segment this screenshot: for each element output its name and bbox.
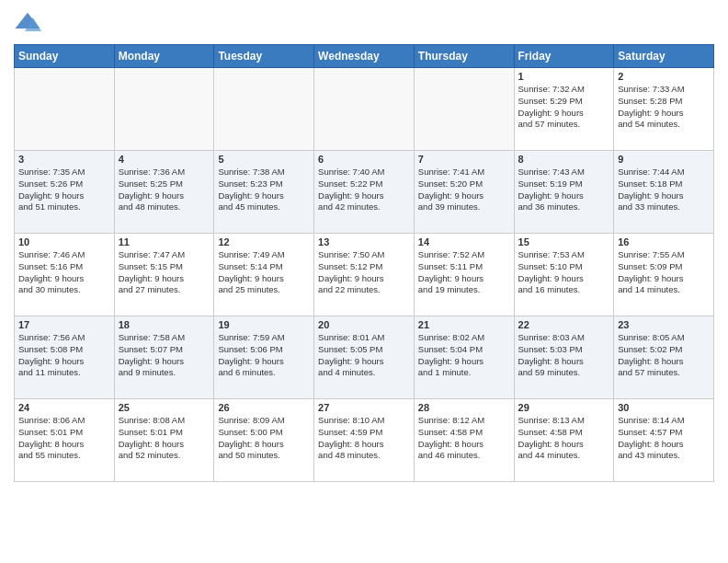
day-info: Sunrise: 8:05 AMSunset: 5:02 PMDaylight:… — [618, 332, 710, 379]
day-info: Sunrise: 7:43 AMSunset: 5:19 PMDaylight:… — [518, 167, 610, 213]
calendar-week-row-4: 17Sunrise: 7:56 AMSunset: 5:08 PMDayligh… — [15, 316, 714, 399]
weekday-header-friday: Friday — [514, 45, 614, 68]
calendar-cell — [414, 68, 514, 151]
calendar-page: SundayMondayTuesdayWednesdayThursdayFrid… — [0, 0, 728, 491]
calendar-cell: 11Sunrise: 7:47 AMSunset: 5:15 PMDayligh… — [114, 234, 214, 316]
day-info: Sunrise: 8:03 AMSunset: 5:03 PMDaylight:… — [518, 332, 610, 379]
day-number: 30 — [618, 402, 710, 413]
day-number: 22 — [518, 319, 610, 330]
calendar-cell: 26Sunrise: 8:09 AMSunset: 5:00 PMDayligh… — [214, 399, 314, 482]
day-info: Sunrise: 8:09 AMSunset: 5:00 PMDaylight:… — [218, 415, 310, 462]
calendar-cell: 27Sunrise: 8:10 AMSunset: 4:59 PMDayligh… — [314, 399, 415, 482]
calendar-cell — [114, 68, 214, 151]
day-info: Sunrise: 7:33 AMSunset: 5:28 PMDaylight:… — [618, 84, 710, 131]
day-number: 13 — [318, 236, 410, 247]
calendar-cell: 18Sunrise: 7:58 AMSunset: 5:07 PMDayligh… — [114, 316, 214, 399]
calendar-cell: 17Sunrise: 7:56 AMSunset: 5:08 PMDayligh… — [15, 316, 115, 399]
day-info: Sunrise: 7:44 AMSunset: 5:18 PMDaylight:… — [618, 167, 710, 213]
calendar-cell: 6Sunrise: 7:40 AMSunset: 5:22 PMDaylight… — [314, 151, 415, 234]
calendar-cell: 9Sunrise: 7:44 AMSunset: 5:18 PMDaylight… — [614, 151, 714, 234]
calendar-cell: 25Sunrise: 8:08 AMSunset: 5:01 PMDayligh… — [114, 399, 214, 482]
calendar-cell — [314, 68, 415, 151]
calendar-cell: 5Sunrise: 7:38 AMSunset: 5:23 PMDaylight… — [214, 151, 314, 234]
weekday-header-saturday: Saturday — [614, 45, 714, 68]
calendar-cell: 19Sunrise: 7:59 AMSunset: 5:06 PMDayligh… — [214, 316, 314, 399]
calendar-cell: 20Sunrise: 8:01 AMSunset: 5:05 PMDayligh… — [314, 316, 415, 399]
day-number: 25 — [119, 402, 210, 413]
day-info: Sunrise: 7:40 AMSunset: 5:22 PMDaylight:… — [318, 167, 410, 213]
calendar-cell: 10Sunrise: 7:46 AMSunset: 5:16 PMDayligh… — [15, 234, 115, 316]
day-number: 1 — [518, 71, 610, 82]
day-info: Sunrise: 7:59 AMSunset: 5:06 PMDaylight:… — [218, 332, 310, 379]
day-number: 15 — [518, 236, 610, 247]
day-number: 5 — [218, 154, 310, 165]
day-info: Sunrise: 8:10 AMSunset: 4:59 PMDaylight:… — [318, 415, 410, 462]
day-number: 29 — [518, 402, 610, 413]
day-number: 19 — [218, 319, 310, 330]
day-number: 9 — [618, 154, 710, 165]
day-number: 26 — [218, 402, 310, 413]
weekday-header-row: SundayMondayTuesdayWednesdayThursdayFrid… — [15, 45, 714, 68]
weekday-header-sunday: Sunday — [15, 45, 115, 68]
logo-icon — [14, 9, 41, 37]
calendar-cell: 22Sunrise: 8:03 AMSunset: 5:03 PMDayligh… — [514, 316, 614, 399]
calendar-week-row-3: 10Sunrise: 7:46 AMSunset: 5:16 PMDayligh… — [15, 234, 714, 316]
calendar-cell: 4Sunrise: 7:36 AMSunset: 5:25 PMDaylight… — [114, 151, 214, 234]
day-number: 16 — [618, 236, 710, 247]
day-info: Sunrise: 8:14 AMSunset: 4:57 PMDaylight:… — [618, 415, 710, 462]
calendar-cell: 2Sunrise: 7:33 AMSunset: 5:28 PMDaylight… — [614, 68, 714, 151]
day-info: Sunrise: 7:41 AMSunset: 5:20 PMDaylight:… — [418, 167, 510, 213]
day-number: 12 — [218, 236, 310, 247]
day-info: Sunrise: 7:56 AMSunset: 5:08 PMDaylight:… — [18, 332, 110, 379]
day-number: 23 — [618, 319, 710, 330]
header — [14, 9, 714, 37]
weekday-header-wednesday: Wednesday — [314, 45, 415, 68]
calendar-cell: 21Sunrise: 8:02 AMSunset: 5:04 PMDayligh… — [414, 316, 514, 399]
day-info: Sunrise: 8:13 AMSunset: 4:58 PMDaylight:… — [518, 415, 610, 462]
day-info: Sunrise: 8:02 AMSunset: 5:04 PMDaylight:… — [418, 332, 510, 379]
calendar-cell: 14Sunrise: 7:52 AMSunset: 5:11 PMDayligh… — [414, 234, 514, 316]
weekday-header-tuesday: Tuesday — [214, 45, 314, 68]
weekday-header-thursday: Thursday — [414, 45, 514, 68]
day-number: 8 — [518, 154, 610, 165]
day-number: 28 — [418, 402, 510, 413]
day-info: Sunrise: 7:32 AMSunset: 5:29 PMDaylight:… — [518, 84, 610, 131]
day-info: Sunrise: 7:47 AMSunset: 5:15 PMDaylight:… — [119, 249, 210, 296]
day-info: Sunrise: 7:36 AMSunset: 5:25 PMDaylight:… — [119, 167, 210, 213]
calendar-cell: 12Sunrise: 7:49 AMSunset: 5:14 PMDayligh… — [214, 234, 314, 316]
calendar-cell: 1Sunrise: 7:32 AMSunset: 5:29 PMDaylight… — [514, 68, 614, 151]
day-number: 11 — [119, 236, 210, 247]
day-number: 14 — [418, 236, 510, 247]
day-info: Sunrise: 7:53 AMSunset: 5:10 PMDaylight:… — [518, 249, 610, 296]
day-info: Sunrise: 8:01 AMSunset: 5:05 PMDaylight:… — [318, 332, 410, 379]
calendar-cell: 30Sunrise: 8:14 AMSunset: 4:57 PMDayligh… — [614, 399, 714, 482]
day-number: 4 — [119, 154, 210, 165]
day-number: 27 — [318, 402, 410, 413]
day-number: 10 — [18, 236, 110, 247]
day-number: 7 — [418, 154, 510, 165]
calendar-cell: 28Sunrise: 8:12 AMSunset: 4:58 PMDayligh… — [414, 399, 514, 482]
day-number: 3 — [18, 154, 110, 165]
calendar-cell: 8Sunrise: 7:43 AMSunset: 5:19 PMDaylight… — [514, 151, 614, 234]
calendar-cell: 7Sunrise: 7:41 AMSunset: 5:20 PMDaylight… — [414, 151, 514, 234]
day-info: Sunrise: 7:35 AMSunset: 5:26 PMDaylight:… — [18, 167, 110, 213]
calendar-table: SundayMondayTuesdayWednesdayThursdayFrid… — [14, 44, 714, 482]
calendar-cell — [15, 68, 115, 151]
day-number: 18 — [119, 319, 210, 330]
calendar-week-row-1: 1Sunrise: 7:32 AMSunset: 5:29 PMDaylight… — [15, 68, 714, 151]
day-info: Sunrise: 7:55 AMSunset: 5:09 PMDaylight:… — [618, 249, 710, 296]
day-info: Sunrise: 7:58 AMSunset: 5:07 PMDaylight:… — [119, 332, 210, 379]
calendar-cell: 29Sunrise: 8:13 AMSunset: 4:58 PMDayligh… — [514, 399, 614, 482]
calendar-cell: 13Sunrise: 7:50 AMSunset: 5:12 PMDayligh… — [314, 234, 415, 316]
day-info: Sunrise: 7:46 AMSunset: 5:16 PMDaylight:… — [18, 249, 110, 296]
day-info: Sunrise: 8:06 AMSunset: 5:01 PMDaylight:… — [18, 415, 110, 462]
day-info: Sunrise: 7:49 AMSunset: 5:14 PMDaylight:… — [218, 249, 310, 296]
day-info: Sunrise: 7:38 AMSunset: 5:23 PMDaylight:… — [218, 167, 310, 213]
day-info: Sunrise: 8:12 AMSunset: 4:58 PMDaylight:… — [418, 415, 510, 462]
calendar-week-row-5: 24Sunrise: 8:06 AMSunset: 5:01 PMDayligh… — [15, 399, 714, 482]
calendar-cell: 24Sunrise: 8:06 AMSunset: 5:01 PMDayligh… — [15, 399, 115, 482]
day-number: 17 — [18, 319, 110, 330]
day-number: 24 — [18, 402, 110, 413]
day-info: Sunrise: 7:50 AMSunset: 5:12 PMDaylight:… — [318, 249, 410, 296]
calendar-cell: 23Sunrise: 8:05 AMSunset: 5:02 PMDayligh… — [614, 316, 714, 399]
